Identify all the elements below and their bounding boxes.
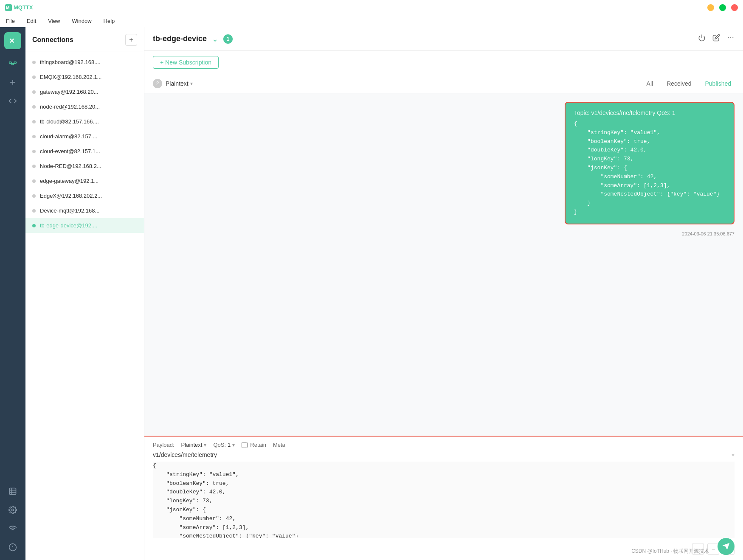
payload-format-label: Plaintext <box>181 442 203 448</box>
connection-status-dot <box>32 150 36 153</box>
sidebar-icon-connections[interactable] <box>5 56 20 71</box>
connection-item-cloud-event[interactable]: cloud-event@82.157.1... <box>25 144 144 159</box>
connection-item-tb-cloud[interactable]: tb-cloud@82.157.166.... <box>25 114 144 129</box>
topic-count-badge: 1 <box>223 34 233 44</box>
publish-toprow: Payload: Plaintext ▾ QoS: 1 ▾ Retain Me <box>153 442 735 448</box>
qos-selector[interactable]: QoS: 1 ▾ <box>213 442 235 448</box>
edit-button[interactable] <box>712 34 720 44</box>
chevron-down-icon: ▾ <box>204 442 206 448</box>
connection-status-dot <box>32 194 36 198</box>
connection-status-dot <box>32 76 36 79</box>
connection-label: gateway@192.168.20... <box>40 89 99 95</box>
filter-right: All Received Published <box>643 78 735 89</box>
plaintext-selector[interactable]: Plaintext ▾ <box>166 80 193 87</box>
menu-file[interactable]: File <box>3 17 17 25</box>
connection-status-dot <box>32 165 36 168</box>
svg-line-6 <box>11 63 12 64</box>
plaintext-label: Plaintext <box>166 80 189 87</box>
connection-item-thingsboard[interactable]: thingsboard@192.168.... <box>25 55 144 70</box>
connection-status-dot <box>32 135 36 138</box>
connection-label: cloud-alarm@82.157.... <box>40 133 97 140</box>
icon-sidebar: ✕ <box>0 27 25 560</box>
sidebar-icon-plus[interactable] <box>5 75 20 90</box>
payload-editor[interactable]: { "stringKey": "value1", "booleanKey": t… <box>153 462 735 538</box>
connection-status-dot <box>32 224 36 227</box>
svg-point-14 <box>12 509 14 511</box>
connection-label: EMQX@192.168.202.1... <box>40 74 101 80</box>
more-options-button[interactable] <box>727 34 735 44</box>
topbar-actions <box>698 34 735 44</box>
connection-label: tb-cloud@82.157.166.... <box>40 118 99 125</box>
connection-status-dot <box>32 61 36 64</box>
connection-status-dot <box>32 209 36 213</box>
svg-rect-5 <box>12 63 14 64</box>
filter-published-button[interactable]: Published <box>702 78 735 89</box>
chevron-down-icon: ▾ <box>232 442 235 448</box>
message-timestamp: 2024-03-06 21:35:06.677 <box>682 231 735 236</box>
filter-left: 2 Plaintext ▾ <box>153 79 193 88</box>
meta-button[interactable]: Meta <box>273 442 285 448</box>
connection-title: tb-edge-device <box>153 34 207 43</box>
menu-help[interactable]: Help <box>101 17 118 25</box>
sidebar-icon-settings[interactable] <box>5 502 20 518</box>
power-button[interactable] <box>698 34 706 44</box>
minimize-button[interactable] <box>707 4 714 11</box>
connection-item-cloud-alarm[interactable]: cloud-alarm@82.157.... <box>25 129 144 144</box>
retain-toggle[interactable]: Retain <box>242 442 266 448</box>
sidebar-icon-table[interactable] <box>5 484 20 499</box>
svg-rect-4 <box>14 62 16 63</box>
menu-view[interactable]: View <box>45 17 62 25</box>
close-button[interactable] <box>731 4 738 11</box>
add-connection-button[interactable]: + <box>125 34 137 46</box>
maximize-button[interactable] <box>719 4 726 11</box>
filter-bar: 2 Plaintext ▾ All Received Published <box>144 74 743 93</box>
connection-status-dot <box>32 105 36 109</box>
connection-item-device-mqtt[interactable]: Device-mqtt@192.168... <box>25 203 144 218</box>
connection-item-edge-gateway[interactable]: edge-gateway@192.1... <box>25 174 144 188</box>
sidebar-icon-wifi[interactable] <box>5 521 20 536</box>
connections-list: thingsboard@192.168.... EMQX@192.168.202… <box>25 51 144 560</box>
topbar: tb-edge-device ⌄ 1 <box>144 27 743 51</box>
payload-format-selector[interactable]: Plaintext ▾ <box>181 442 207 448</box>
connection-label: tb-edge-device@192.... <box>40 222 97 229</box>
filter-badge: 2 <box>153 79 162 88</box>
connection-label: node-red@192.168.20... <box>40 104 100 110</box>
topic-input[interactable] <box>153 451 732 458</box>
menu-edit[interactable]: Edit <box>24 17 39 25</box>
filter-received-button[interactable]: Received <box>663 78 695 89</box>
retain-checkbox[interactable] <box>242 442 248 448</box>
svg-point-21 <box>730 37 731 38</box>
sidebar-icon-info[interactable] <box>5 540 20 555</box>
connection-label: EdgeX@192.168.202.2... <box>40 193 102 199</box>
publish-topic-row: ▾ <box>153 451 735 458</box>
payload-label: Payload: <box>153 442 174 448</box>
connection-item-node-red2[interactable]: Node-RED@192.168.2... <box>25 159 144 174</box>
connection-status-dot <box>32 179 36 183</box>
qos-label: QoS: <box>213 442 226 448</box>
svg-rect-3 <box>9 62 11 63</box>
menu-window[interactable]: Window <box>69 17 94 25</box>
send-button[interactable] <box>718 538 735 555</box>
connection-label: Node-RED@192.168.2... <box>40 163 101 169</box>
menubar: File Edit View Window Help <box>0 15 743 27</box>
sidebar-icon-code[interactable] <box>5 93 20 109</box>
connection-status-dot <box>32 120 36 123</box>
messages-list: Topic: v1/devices/me/telemetry QoS: 1 { … <box>144 93 743 436</box>
content-area: + New Subscription 2 Plaintext ▾ All <box>144 51 743 560</box>
main-content: tb-edge-device ⌄ 1 + New Subscription <box>144 27 743 560</box>
new-subscription-button[interactable]: + New Subscription <box>153 56 219 69</box>
connections-title: Connections <box>32 36 73 44</box>
chevron-down-icon: ⌄ <box>212 34 218 44</box>
connection-item-emqx[interactable]: EMQX@192.168.202.1... <box>25 70 144 84</box>
svg-line-7 <box>14 63 14 64</box>
watermark: CSDN @IoTHub · 物联网开源技术 <box>631 548 709 555</box>
connection-item-tb-edge[interactable]: tb-edge-device@192.... <box>25 218 144 233</box>
app-logo: M MQTTX <box>5 4 33 11</box>
app-icon: ✕ <box>4 32 21 49</box>
connection-item-gateway[interactable]: gateway@192.168.20... <box>25 84 144 99</box>
chevron-down-icon: ▾ <box>732 451 735 458</box>
connection-item-edgex[interactable]: EdgeX@192.168.202.2... <box>25 188 144 203</box>
filter-all-button[interactable]: All <box>643 78 657 89</box>
window-controls <box>707 4 738 11</box>
connection-item-node-red[interactable]: node-red@192.168.20... <box>25 99 144 114</box>
